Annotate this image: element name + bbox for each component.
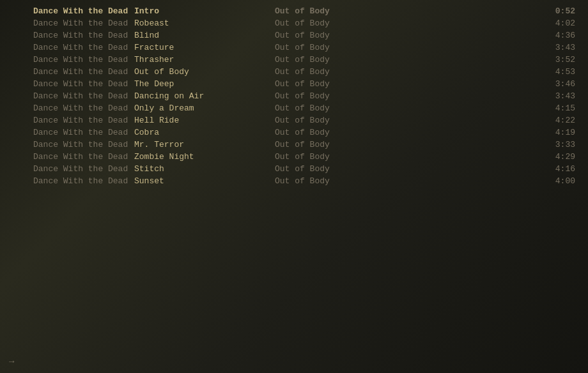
table-header: Dance With the Dead Intro Out of Body 0:… <box>0 5 588 17</box>
track-artist: Dance With the Dead <box>0 176 128 186</box>
track-album: Out of Body <box>268 152 396 162</box>
table-row[interactable]: Dance With the DeadThe DeepOut of Body3:… <box>0 78 588 90</box>
track-duration: 3:43 <box>396 91 588 101</box>
table-row[interactable]: Dance With the DeadSunsetOut of Body4:00 <box>0 175 588 187</box>
table-row[interactable]: Dance With the DeadRobeastOut of Body4:0… <box>0 17 588 29</box>
track-duration: 4:36 <box>396 31 588 40</box>
track-artist: Dance With the Dead <box>0 164 128 174</box>
track-album: Out of Body <box>268 19 396 28</box>
track-duration: 3:43 <box>396 43 588 52</box>
track-list: Dance With the Dead Intro Out of Body 0:… <box>0 0 588 192</box>
track-duration: 4:22 <box>396 116 588 125</box>
bottom-arrow: → <box>9 356 14 367</box>
track-album: Out of Body <box>268 55 396 65</box>
table-row[interactable]: Dance With the DeadOnly a DreamOut of Bo… <box>0 102 588 114</box>
track-album: Out of Body <box>268 176 396 186</box>
table-row[interactable]: Dance With the DeadDancing on AirOut of … <box>0 90 588 102</box>
track-album: Out of Body <box>268 31 396 40</box>
track-artist: Dance With the Dead <box>0 43 128 52</box>
track-duration: 4:53 <box>396 67 588 77</box>
track-duration: 4:15 <box>396 103 588 113</box>
track-title: Zombie Night <box>128 152 268 162</box>
table-row[interactable]: Dance With the DeadBlindOut of Body4:36 <box>0 29 588 42</box>
table-row[interactable]: Dance With the DeadZombie NightOut of Bo… <box>0 151 588 163</box>
track-duration: 4:19 <box>396 128 588 137</box>
track-album: Out of Body <box>268 91 396 101</box>
table-row[interactable]: Dance With the DeadOut of BodyOut of Bod… <box>0 66 588 78</box>
track-album: Out of Body <box>268 164 396 174</box>
track-duration: 4:29 <box>396 152 588 162</box>
track-artist: Dance With the Dead <box>0 140 128 149</box>
track-title: Hell Ride <box>128 116 268 125</box>
table-row[interactable]: Dance With the DeadFractureOut of Body3:… <box>0 42 588 54</box>
track-album: Out of Body <box>268 140 396 149</box>
track-album: Out of Body <box>268 128 396 137</box>
track-title: Sunset <box>128 176 268 186</box>
track-title: Blind <box>128 31 268 40</box>
track-album: Out of Body <box>268 116 396 125</box>
track-title: Dancing on Air <box>128 91 268 101</box>
track-album: Out of Body <box>268 67 396 77</box>
track-album: Out of Body <box>268 43 396 52</box>
track-artist: Dance With the Dead <box>0 116 128 125</box>
track-title: Mr. Terror <box>128 140 268 149</box>
track-artist: Dance With the Dead <box>0 103 128 113</box>
track-title: Stitch <box>128 164 268 174</box>
header-artist: Dance With the Dead <box>0 6 128 16</box>
header-title: Intro <box>128 6 268 16</box>
header-duration: 0:52 <box>396 6 588 16</box>
track-artist: Dance With the Dead <box>0 31 128 40</box>
track-artist: Dance With the Dead <box>0 152 128 162</box>
track-duration: 3:52 <box>396 55 588 65</box>
track-artist: Dance With the Dead <box>0 128 128 137</box>
track-artist: Dance With the Dead <box>0 79 128 89</box>
track-artist: Dance With the Dead <box>0 91 128 101</box>
track-duration: 4:16 <box>396 164 588 174</box>
track-title: Only a Dream <box>128 103 268 113</box>
track-title: Fracture <box>128 43 268 52</box>
track-album: Out of Body <box>268 79 396 89</box>
track-artist: Dance With the Dead <box>0 67 128 77</box>
table-row[interactable]: Dance With the DeadThrasherOut of Body3:… <box>0 54 588 66</box>
table-row[interactable]: Dance With the DeadCobraOut of Body4:19 <box>0 126 588 139</box>
track-artist: Dance With the Dead <box>0 19 128 28</box>
table-row[interactable]: Dance With the DeadMr. TerrorOut of Body… <box>0 139 588 151</box>
track-duration: 4:02 <box>396 19 588 28</box>
track-duration: 3:46 <box>396 79 588 89</box>
table-row[interactable]: Dance With the DeadStitchOut of Body4:16 <box>0 163 588 175</box>
track-title: Out of Body <box>128 67 268 77</box>
track-title: Thrasher <box>128 55 268 65</box>
track-artist: Dance With the Dead <box>0 55 128 65</box>
track-title: The Deep <box>128 79 268 89</box>
track-title: Robeast <box>128 19 268 28</box>
track-duration: 3:33 <box>396 140 588 149</box>
table-row[interactable]: Dance With the DeadHell RideOut of Body4… <box>0 114 588 126</box>
track-duration: 4:00 <box>396 176 588 186</box>
header-album: Out of Body <box>268 6 396 16</box>
track-title: Cobra <box>128 128 268 137</box>
track-album: Out of Body <box>268 103 396 113</box>
